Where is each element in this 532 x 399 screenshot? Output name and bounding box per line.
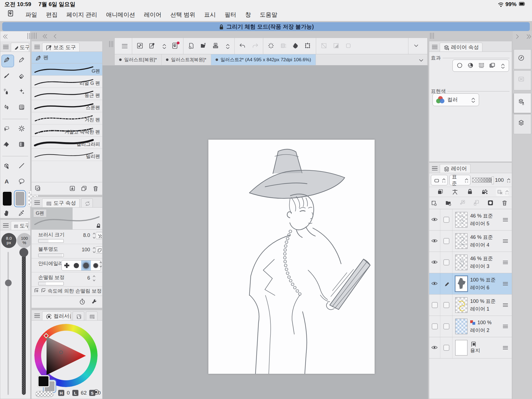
eye-icon[interactable]	[431, 344, 438, 351]
opacity-bar[interactable]	[38, 254, 64, 257]
layer-drag-handle[interactable]	[503, 346, 510, 349]
delete-layer-icon[interactable]	[501, 200, 508, 207]
menu-animation[interactable]: 애니메이션	[106, 11, 135, 19]
tab-color-slider[interactable]	[86, 311, 98, 320]
document-tab-1[interactable]: 일러스트[복원]*	[115, 54, 162, 65]
checkbox-checked-icon[interactable]	[41, 288, 45, 292]
import-subtool-icon[interactable]	[69, 185, 76, 192]
checkbox[interactable]	[443, 345, 449, 351]
transparent-pill[interactable]	[35, 391, 54, 397]
menu-edit[interactable]: 편집	[46, 11, 58, 19]
main-color-swatch[interactable]	[2, 191, 12, 206]
prop-opacity[interactable]: 불투명도 100	[32, 244, 102, 259]
layer-drag-handle[interactable]	[503, 282, 510, 285]
checkbox[interactable]	[443, 323, 449, 329]
tool-decoration[interactable]	[17, 87, 29, 98]
layer-row-5[interactable]: 46 % 표준레이어 5	[429, 209, 512, 231]
opacity-stepper-icon[interactable]	[505, 178, 510, 182]
clip-studio-open-button[interactable]	[172, 42, 179, 50]
antialias-options[interactable]	[62, 260, 101, 271]
brush-size-badge[interactable]: 8.0 px	[1, 233, 16, 248]
new-layer-icon[interactable]	[431, 200, 438, 207]
tab-list-chevron-icon[interactable]	[414, 54, 427, 65]
layer-row-3[interactable]: 46 % 표준레이어 3	[429, 252, 512, 273]
tool-hand[interactable]	[2, 208, 14, 220]
layer-drag-handle[interactable]	[503, 218, 510, 221]
brush-size-bar[interactable]	[38, 239, 64, 243]
expand-right-icon[interactable]	[514, 33, 520, 39]
pen-item-rough-pen[interactable]: 거친 펜	[32, 112, 102, 124]
fill-outside-icon[interactable]	[333, 42, 340, 50]
menu-selection[interactable]: 선택 범위	[170, 11, 195, 19]
tab-brush-size[interactable]: 도구	[11, 221, 29, 230]
layer-thumbnail[interactable]	[455, 255, 467, 270]
undo-icon[interactable]	[239, 42, 246, 50]
save-icon[interactable]	[212, 42, 219, 50]
main-color[interactable]	[38, 375, 49, 387]
stopwatch-icon[interactable]	[79, 298, 86, 306]
merge-down-icon[interactable]	[473, 200, 480, 207]
dock-tab-reference[interactable]	[514, 70, 531, 90]
collapse-left-icon[interactable]	[2, 33, 31, 39]
brush-size-slider[interactable]	[7, 252, 9, 395]
panel-grip[interactable]	[33, 33, 37, 39]
pen-item-round-pen[interactable]: 둥근 펜	[32, 88, 102, 100]
new-folder-icon[interactable]	[445, 200, 452, 207]
dot-grid-icon[interactable]	[478, 62, 485, 69]
checkbox[interactable]	[443, 259, 449, 265]
layer-thumbnail[interactable]	[455, 319, 467, 334]
layer-row-1[interactable]: 100 % 표준레이어 1	[429, 295, 512, 316]
checkbox[interactable]	[443, 217, 449, 223]
menu-filter[interactable]: 필터	[225, 11, 236, 19]
tool-pen[interactable]	[2, 55, 14, 67]
menu-layer[interactable]: 레이어	[144, 11, 162, 19]
tab-tool[interactable]: 도구	[11, 43, 29, 52]
tool-liquify[interactable]	[17, 103, 29, 114]
eye-icon[interactable]	[431, 280, 438, 287]
dock-tab-navigator[interactable]	[514, 49, 531, 69]
tool-eyedropper[interactable]	[17, 208, 29, 220]
tool-panel-menu-icon[interactable]	[3, 45, 9, 49]
dock-tab-layer-property[interactable]	[514, 93, 531, 113]
tool-eraser[interactable]	[17, 71, 29, 83]
layer-thumbnail[interactable]	[455, 276, 467, 291]
layer-row-paper[interactable]: 용지	[429, 337, 512, 359]
tool-lasso[interactable]	[2, 124, 14, 135]
tool-brush[interactable]	[2, 71, 14, 83]
sv-triangle[interactable]	[45, 336, 87, 376]
tab-color-wheel[interactable]: 컬러서클	[42, 311, 71, 320]
tool-object[interactable]	[2, 161, 14, 173]
color-panel-menu-icon[interactable]	[34, 314, 40, 318]
eye-icon[interactable]	[431, 216, 438, 223]
antialias-middle[interactable]	[81, 260, 91, 270]
tool-text[interactable]	[2, 177, 14, 188]
multi-select-icon[interactable]	[34, 185, 42, 192]
pen-item-calligraphy[interactable]: 캘리그라피	[32, 137, 102, 149]
menu-help[interactable]: 도움말	[260, 11, 277, 19]
effect-stepper-icon[interactable]	[500, 63, 505, 68]
updown-chevron-icon[interactable]	[161, 43, 167, 49]
wrench-icon[interactable]	[91, 298, 98, 306]
tab-subtool[interactable]: 보조 도구	[42, 43, 80, 52]
open-file-icon[interactable]	[200, 42, 207, 50]
deselect-icon[interactable]	[268, 42, 275, 50]
prop-stabilization[interactable]: 손떨림 보정 6	[32, 272, 102, 287]
brush-panel-menu-icon[interactable]	[3, 223, 9, 227]
opacity-slider-handle[interactable]	[492, 177, 494, 184]
visibility-checkbox[interactable]	[432, 302, 438, 308]
command-bar-menu-icon[interactable]	[122, 44, 127, 48]
layer-composite-icon[interactable]	[489, 62, 496, 69]
transfer-down-icon[interactable]	[459, 200, 466, 207]
brush-size-slider-knob[interactable]	[5, 280, 12, 286]
checkbox[interactable]	[443, 238, 449, 244]
layer-drag-handle[interactable]	[503, 261, 510, 264]
pen-item-rough-hard-pen[interactable]: 거칠고 딱딱한 펜	[32, 124, 102, 137]
sv-marker[interactable]	[59, 351, 63, 354]
brush-opacity-slider[interactable]	[22, 252, 26, 395]
fill-selection-icon[interactable]	[292, 42, 299, 50]
lock-layer-icon[interactable]	[467, 188, 474, 196]
expand-plus-icon[interactable]	[34, 288, 39, 292]
canvas-viewport[interactable]	[103, 65, 428, 399]
new-canvas-icon[interactable]	[188, 42, 195, 50]
rotate-canvas-icon[interactable]	[137, 42, 144, 50]
